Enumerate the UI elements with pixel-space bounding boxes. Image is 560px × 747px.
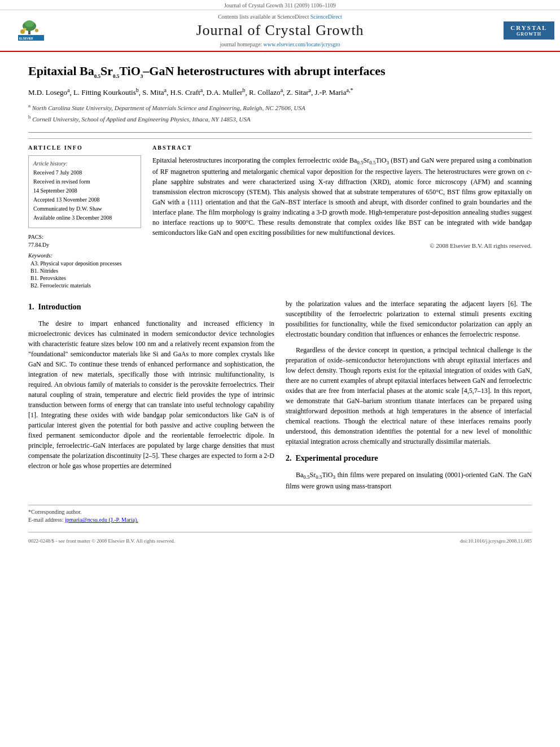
affiliations: a North Carolina State University, Depar… xyxy=(28,102,532,124)
body-right-column: by the polarization values and the inter… xyxy=(286,299,532,497)
received-date: Received 7 July 2008 xyxy=(33,169,136,177)
section-divider xyxy=(28,132,532,133)
authors: M.D. Losegoa, L. Fitting Kourkoutisb, S.… xyxy=(28,86,532,99)
available-online: Available online 3 December 2008 xyxy=(33,214,136,222)
history-label: Article history: xyxy=(33,160,136,167)
article-info-column: ARTICLE INFO Article history: Received 7… xyxy=(28,145,141,290)
revised-date: 14 September 2008 xyxy=(33,187,136,195)
intro-para3: Regardless of the device concept in ques… xyxy=(286,345,532,447)
journal-reference: Journal of Crystal Growth 311 (2009) 110… xyxy=(0,0,560,10)
body-columns: 1. Introduction The desire to impart enh… xyxy=(28,299,532,497)
section1-heading: 1. Introduction xyxy=(28,301,274,313)
email-label: E-mail address: xyxy=(28,517,63,523)
elsevier-logo: ELSEVIER xyxy=(6,14,56,47)
body-left-column: 1. Introduction The desire to impart enh… xyxy=(28,299,274,497)
pacs-value: 77.84.Dy xyxy=(28,242,141,248)
crystal-growth-box: CRYSTAL GROWTH xyxy=(504,21,554,40)
accepted-date: Accepted 13 November 2008 xyxy=(33,196,136,204)
journal-header: ELSEVIER Contents lists available at Sci… xyxy=(0,10,560,52)
svg-point-3 xyxy=(25,20,34,27)
issn-line: 0022-0248/$ - see front matter © 2008 El… xyxy=(28,538,175,544)
page-footer: 0022-0248/$ - see front matter © 2008 El… xyxy=(28,532,532,544)
corresponding-label: *Corresponding author. xyxy=(28,509,81,515)
communicated-by: Communicated by D.W. Shaw xyxy=(33,205,136,213)
svg-point-5 xyxy=(35,29,38,32)
keyword-4: B2. Ferroelectric materials xyxy=(28,282,141,289)
intro-para2: by the polarization values and the inter… xyxy=(286,299,532,339)
article-info-box: Article history: Received 7 July 2008 Re… xyxy=(28,155,141,228)
main-content: Epitaxial Ba0.5Sr0.5TiO3–GaN heterostruc… xyxy=(0,52,560,555)
pacs-section: PACS: 77.84.Dy xyxy=(28,234,141,248)
crystal-line: CRYSTAL xyxy=(507,24,551,32)
header-center: Contents lists available at ScienceDirec… xyxy=(62,14,498,47)
svg-text:ELSEVIER: ELSEVIER xyxy=(19,37,33,40)
sciencedirect-link[interactable]: ScienceDirect xyxy=(310,14,342,20)
pacs-label: PACS: xyxy=(28,234,141,240)
paper-title: Epitaxial Ba0.5Sr0.5TiO3–GaN heterostruc… xyxy=(28,63,532,80)
abstract-column: ABSTRACT Epitaxial heterostructures inco… xyxy=(152,145,532,290)
section2-heading: 2. Experimental procedure xyxy=(286,452,532,464)
journal-title: Journal of Crystal Growth xyxy=(62,22,498,39)
abstract-text: Epitaxial heterostructures incorporating… xyxy=(152,155,532,238)
article-info-abstract-section: ARTICLE INFO Article history: Received 7… xyxy=(28,138,532,290)
article-info-title: ARTICLE INFO xyxy=(28,145,141,151)
doi-line: doi:10.1016/j.jcrysgro.2008.11.085 xyxy=(460,538,532,544)
svg-point-6 xyxy=(24,28,27,31)
corresponding-author-note: *Corresponding author. E-mail address: j… xyxy=(28,505,532,523)
email-link[interactable]: jpmaria@ncsu.edu (J.-P. Maria). xyxy=(65,517,138,523)
copyright-line: © 2008 Elsevier B.V. All rights reserved… xyxy=(152,242,532,249)
homepage-url[interactable]: www.elsevier.com/locate/jcrysgro xyxy=(264,41,340,47)
keyword-1: A3. Physical vapor deposition processes xyxy=(28,260,141,267)
experimental-para1: Ba0.5Sr0.5TiO3 thin films were prepared … xyxy=(286,470,532,492)
revised-label: Received in revised form xyxy=(33,178,136,186)
intro-para1: The desire to impart enhanced functional… xyxy=(28,318,274,471)
abstract-title: ABSTRACT xyxy=(152,145,532,151)
sciencedirect-line: Contents lists available at ScienceDirec… xyxy=(62,14,498,20)
keywords-label: Keywords: xyxy=(28,252,141,259)
keywords-section: Keywords: A3. Physical vapor deposition … xyxy=(28,252,141,289)
homepage-line: journal homepage: www.elsevier.com/locat… xyxy=(62,41,498,47)
footer-bottom: 0022-0248/$ - see front matter © 2008 El… xyxy=(28,538,532,544)
keyword-3: B1. Perovskites xyxy=(28,275,141,281)
crystal-growth-logo: CRYSTAL GROWTH xyxy=(504,21,554,40)
keyword-2: B1. Nitrides xyxy=(28,268,141,274)
growth-line: GROWTH xyxy=(507,32,551,37)
elsevier-tree-icon: ELSEVIER xyxy=(17,19,45,42)
